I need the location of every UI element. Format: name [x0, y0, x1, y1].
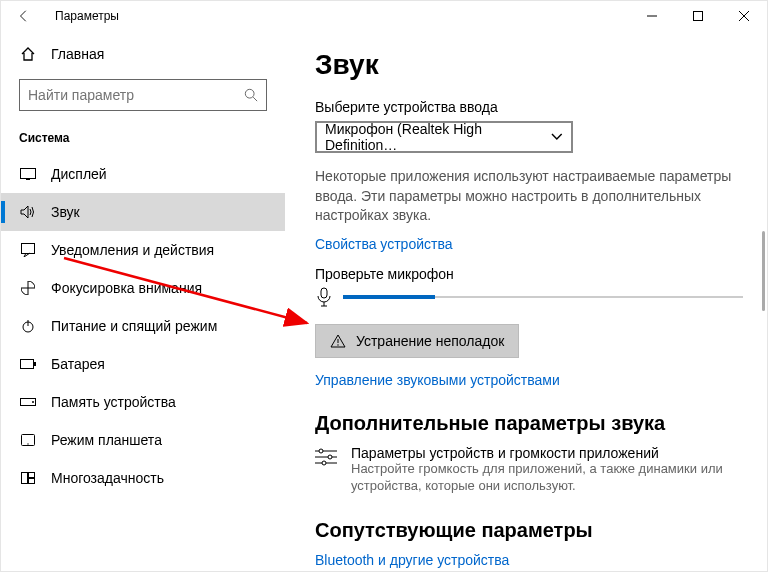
svg-point-24: [319, 449, 323, 453]
device-properties-link[interactable]: Свойства устройства: [315, 236, 743, 252]
window-title: Параметры: [55, 9, 119, 23]
troubleshoot-label: Устранение неполадок: [356, 333, 504, 349]
sliders-icon: [315, 445, 337, 469]
search-icon: [244, 88, 258, 102]
focus-icon: [19, 279, 37, 297]
svg-point-22: [337, 344, 338, 345]
nav-sound[interactable]: Звук: [1, 193, 285, 231]
input-device-dropdown[interactable]: Микрофон (Realtek High Definition…: [315, 121, 573, 153]
nav-tablet[interactable]: Режим планшета: [1, 421, 285, 459]
maximize-button[interactable]: [675, 1, 721, 31]
nav-label: Батарея: [51, 356, 105, 372]
test-mic-label: Проверьте микрофон: [315, 266, 743, 282]
page-title: Звук: [315, 49, 743, 81]
svg-point-26: [328, 455, 332, 459]
search-input[interactable]: [19, 79, 267, 111]
power-icon: [19, 317, 37, 335]
advanced-heading: Дополнительные параметры звука: [315, 412, 743, 435]
multitask-icon: [19, 469, 37, 487]
input-note: Некоторые приложения используют настраив…: [315, 167, 743, 226]
nav-label: Многозадачность: [51, 470, 164, 486]
tablet-icon: [19, 431, 37, 449]
back-button[interactable]: [9, 1, 39, 31]
nav-multitask[interactable]: Многозадачность: [1, 459, 285, 497]
maximize-icon: [693, 11, 703, 21]
home-icon: [19, 45, 37, 63]
nav-power[interactable]: Питание и спящий режим: [1, 307, 285, 345]
notifications-icon: [19, 241, 37, 259]
svg-point-16: [27, 443, 28, 444]
content-area: Звук Выберите устройства ввода Микрофон …: [291, 31, 767, 571]
nav-label: Режим планшета: [51, 432, 162, 448]
nav-label: Фокусировка внимания: [51, 280, 202, 296]
nav-focus[interactable]: Фокусировка внимания: [1, 269, 285, 307]
svg-rect-20: [321, 288, 327, 298]
svg-line-5: [253, 97, 257, 101]
sidebar: Главная Система Дисплей Звук Уведомления…: [1, 31, 291, 571]
home-label: Главная: [51, 46, 104, 62]
app-volume-title: Параметры устройств и громкости приложен…: [351, 445, 743, 461]
minimize-icon: [647, 11, 657, 21]
mic-level-bar: [343, 296, 743, 298]
nav-label: Уведомления и действия: [51, 242, 214, 258]
close-button[interactable]: [721, 1, 767, 31]
svg-rect-18: [29, 473, 35, 478]
battery-icon: [19, 355, 37, 373]
close-icon: [739, 11, 749, 21]
nav-label: Дисплей: [51, 166, 107, 182]
related-heading: Сопутствующие параметры: [315, 519, 743, 542]
nav-label: Питание и спящий режим: [51, 318, 217, 334]
app-volume-row[interactable]: Параметры устройств и громкости приложен…: [315, 445, 743, 495]
display-icon: [19, 165, 37, 183]
warning-icon: [330, 334, 346, 348]
storage-icon: [19, 393, 37, 411]
svg-rect-12: [34, 362, 36, 366]
nav-label: Звук: [51, 204, 80, 220]
app-volume-desc: Настройте громкость для приложений, а та…: [351, 461, 743, 495]
sound-icon: [19, 203, 37, 221]
nav-label: Память устройства: [51, 394, 176, 410]
nav-display[interactable]: Дисплей: [1, 155, 285, 193]
search-field[interactable]: [28, 87, 244, 103]
svg-rect-6: [21, 169, 36, 179]
nav-battery[interactable]: Батарея: [1, 345, 285, 383]
home-button[interactable]: Главная: [1, 35, 285, 73]
svg-rect-17: [22, 473, 28, 484]
arrow-left-icon: [17, 9, 31, 23]
nav-storage[interactable]: Память устройства: [1, 383, 285, 421]
mic-test-row: [315, 288, 743, 306]
nav-notifications[interactable]: Уведомления и действия: [1, 231, 285, 269]
svg-point-14: [32, 401, 34, 403]
troubleshoot-button[interactable]: Устранение неполадок: [315, 324, 519, 358]
section-label: Система: [1, 125, 285, 155]
microphone-icon: [315, 288, 333, 306]
chevron-down-icon: [551, 133, 563, 141]
minimize-button[interactable]: [629, 1, 675, 31]
svg-rect-1: [694, 12, 703, 21]
svg-point-28: [322, 461, 326, 465]
mic-level-fill: [343, 295, 435, 299]
bluetooth-link[interactable]: Bluetooth и другие устройства: [315, 552, 743, 568]
manage-devices-link[interactable]: Управление звуковыми устройствами: [315, 372, 743, 388]
svg-rect-8: [22, 244, 35, 254]
svg-rect-11: [21, 360, 34, 369]
dropdown-value: Микрофон (Realtek High Definition…: [325, 121, 551, 153]
titlebar: Параметры: [1, 1, 767, 31]
scrollbar-thumb[interactable]: [762, 231, 765, 311]
svg-point-4: [245, 89, 254, 98]
input-device-label: Выберите устройства ввода: [315, 99, 743, 115]
svg-rect-19: [29, 479, 35, 484]
